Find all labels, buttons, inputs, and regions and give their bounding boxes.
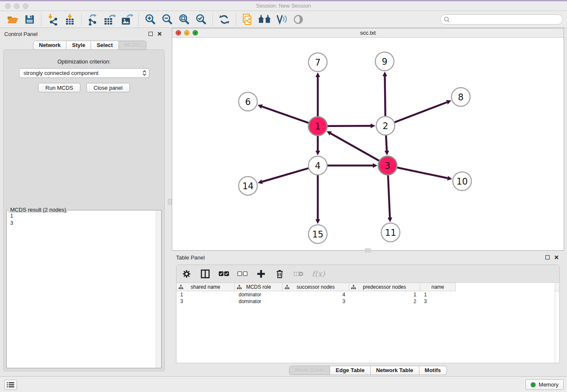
main-toolbar bbox=[0, 11, 567, 28]
zoom-window-icon[interactable] bbox=[23, 3, 28, 9]
tab-node-table[interactable]: Node Table bbox=[289, 366, 330, 375]
table-cell[interactable]: 3 bbox=[420, 298, 456, 305]
graph-edge-2-9[interactable] bbox=[385, 76, 385, 116]
node-table-header: shared nameMCDS rolesuccessor nodesprede… bbox=[176, 283, 559, 291]
table-toolbar: f(x) bbox=[176, 265, 559, 283]
column-header-shared-name[interactable]: shared name bbox=[176, 283, 235, 291]
column-header-predecessor-nodes[interactable]: predecessor nodes bbox=[349, 283, 420, 291]
search-icon bbox=[444, 17, 450, 22]
control-panel-body: Optimization criterion: strongly connect… bbox=[3, 50, 165, 371]
table-scrollbar[interactable] bbox=[555, 283, 559, 363]
first-neighbors-icon[interactable] bbox=[256, 13, 273, 26]
table-cell[interactable]: 3 bbox=[283, 298, 349, 305]
column-header-mcds-role[interactable]: MCDS role bbox=[235, 283, 283, 291]
memory-button[interactable]: Memory bbox=[526, 379, 564, 390]
graph-edge-3-11[interactable] bbox=[388, 175, 390, 218]
close-panel-button[interactable]: Close panel bbox=[86, 83, 130, 92]
list-icon bbox=[7, 382, 14, 388]
window-controls[interactable] bbox=[5, 3, 28, 9]
close-window-icon[interactable] bbox=[5, 3, 11, 9]
save-session-icon[interactable] bbox=[21, 13, 38, 26]
tab-motifs[interactable]: Motifs bbox=[419, 366, 447, 375]
graph-edge-1-2[interactable] bbox=[328, 126, 371, 126]
add-row-icon[interactable] bbox=[256, 269, 266, 279]
network-view-title: scc.txt bbox=[172, 28, 564, 37]
zoom-selected-icon[interactable] bbox=[193, 13, 209, 26]
toggle-columns-icon[interactable] bbox=[200, 269, 210, 279]
table-panel-header: Table Panel ✕ bbox=[172, 252, 564, 263]
export-image-icon[interactable] bbox=[118, 13, 135, 26]
criterion-select[interactable]: strongly connected component bbox=[19, 68, 149, 78]
tab-style[interactable]: Style bbox=[66, 41, 91, 50]
function-builder-label: f(x) bbox=[312, 269, 325, 278]
close-panel-icon[interactable]: ✕ bbox=[157, 32, 162, 36]
show-graphics-details-icon[interactable] bbox=[290, 13, 307, 26]
table-cell[interactable]: dominator bbox=[235, 298, 283, 305]
optimization-criterion-label: Optimization criterion: bbox=[4, 58, 164, 65]
graph-edge-2-3[interactable] bbox=[386, 135, 387, 151]
function-builder-icon[interactable]: f(x) bbox=[312, 269, 325, 279]
tab-network-table[interactable]: Network Table bbox=[371, 366, 419, 375]
import-table-icon[interactable] bbox=[61, 13, 78, 26]
export-network-icon[interactable] bbox=[85, 13, 102, 26]
maximize-view-icon[interactable]: + bbox=[193, 30, 198, 36]
table-cell[interactable]: 2 bbox=[349, 298, 420, 305]
zoom-in-icon[interactable] bbox=[142, 13, 159, 26]
toolbar-separator bbox=[41, 13, 41, 26]
vertical-split-handle[interactable] bbox=[168, 199, 172, 204]
open-session-icon[interactable] bbox=[4, 13, 21, 26]
float-panel-icon[interactable] bbox=[149, 32, 153, 36]
column-header-name[interactable]: name bbox=[420, 283, 456, 291]
close-view-icon[interactable]: × bbox=[176, 30, 181, 36]
table-row[interactable]: 3dominator323 bbox=[176, 298, 559, 305]
zoom-fit-icon[interactable] bbox=[176, 13, 193, 26]
export-table-icon[interactable] bbox=[102, 13, 118, 26]
import-network-icon[interactable] bbox=[44, 13, 61, 26]
graph-node-label-4: 4 bbox=[315, 161, 320, 171]
table-cell[interactable]: 1 bbox=[349, 291, 420, 298]
graph-node-label-3: 3 bbox=[385, 161, 390, 171]
network-canvas[interactable]: 7968124314101511 bbox=[172, 38, 564, 250]
select-all-checks-icon[interactable] bbox=[219, 269, 229, 279]
graph-edge-3-1[interactable] bbox=[330, 133, 379, 161]
close-table-panel-icon[interactable]: ✕ bbox=[554, 255, 559, 259]
delete-rows-icon[interactable] bbox=[275, 269, 285, 279]
tab-mcds[interactable]: MCDS bbox=[119, 41, 146, 50]
minimize-window-icon[interactable] bbox=[14, 3, 19, 9]
graph-edge-2-8[interactable] bbox=[394, 102, 447, 122]
search-box[interactable] bbox=[440, 14, 563, 25]
search-input[interactable] bbox=[452, 16, 559, 22]
table-cell[interactable]: 3 bbox=[176, 298, 235, 305]
graph-node-label-9: 9 bbox=[382, 57, 387, 67]
control-panel-tabs: NetworkStyleSelectMCDS bbox=[33, 41, 146, 50]
zoom-out-icon[interactable] bbox=[159, 13, 176, 26]
delete-table-icon[interactable] bbox=[293, 269, 303, 279]
hide-graphics-details-icon[interactable] bbox=[273, 13, 290, 26]
window-titlebar: Session: New Session bbox=[0, 0, 567, 11]
table-cell[interactable]: 1 bbox=[420, 291, 456, 298]
table-cell[interactable]: 4 bbox=[283, 291, 349, 298]
table-cell[interactable]: dominator bbox=[235, 291, 283, 298]
refresh-view-icon[interactable] bbox=[216, 13, 233, 26]
table-row[interactable]: 1dominator411 bbox=[176, 291, 559, 298]
mcds-result-box: MCDS result (2 nodes) 13 bbox=[6, 210, 162, 368]
tab-select[interactable]: Select bbox=[91, 41, 118, 50]
float-table-panel-icon[interactable] bbox=[545, 255, 550, 259]
tab-edge-table[interactable]: Edge Table bbox=[330, 366, 370, 375]
result-scrollbar[interactable] bbox=[156, 210, 161, 368]
column-header-successor-nodes[interactable]: successor nodes bbox=[283, 283, 349, 291]
task-history-button[interactable] bbox=[4, 380, 17, 390]
toolbar-separator bbox=[138, 13, 139, 26]
graph-edge-3-10[interactable] bbox=[397, 168, 448, 178]
run-mcds-button[interactable]: Run MCDS bbox=[38, 83, 80, 92]
clear-all-checks-icon[interactable] bbox=[237, 269, 248, 279]
tab-network[interactable]: Network bbox=[33, 41, 66, 50]
minimize-view-icon[interactable]: − bbox=[184, 30, 190, 36]
horizontal-split-handle[interactable] bbox=[365, 248, 371, 252]
settings-gear-icon[interactable] bbox=[182, 269, 192, 279]
table-cell[interactable]: 1 bbox=[176, 291, 235, 298]
graph-edge-4-14[interactable] bbox=[262, 168, 308, 182]
graph-edge-1-6[interactable] bbox=[262, 107, 308, 123]
new-network-from-selection-icon[interactable] bbox=[239, 13, 256, 26]
graph-svg: 7968124314101511 bbox=[172, 38, 564, 250]
